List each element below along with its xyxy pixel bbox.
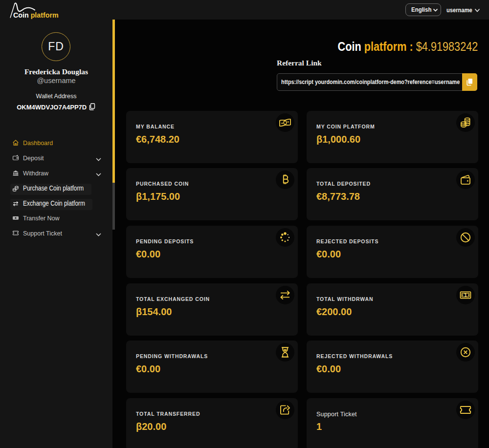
svg-text:1: 1 bbox=[464, 292, 467, 298]
